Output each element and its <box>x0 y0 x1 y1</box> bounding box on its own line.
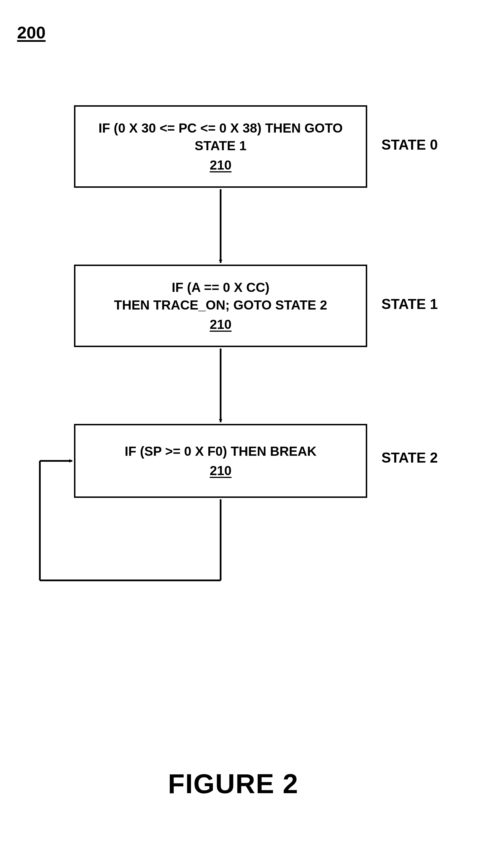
state0-line2: STATE 1 <box>195 137 246 155</box>
state0-line1: IF (0 X 30 <= PC <= 0 X 38) THEN GOTO <box>99 119 343 137</box>
state0-ref: 210 <box>210 156 232 174</box>
state2-line1: IF (SP >= 0 X F0) THEN BREAK <box>125 442 316 460</box>
state-label-1: STATE 1 <box>381 296 438 312</box>
diagram-page: 200 IF (0 X 30 <= PC <= 0 X 38) THEN GOT… <box>0 0 497 868</box>
state-box-2: IF (SP >= 0 X F0) THEN BREAK 210 <box>74 424 367 498</box>
state-box-1: IF (A == 0 X CC) THEN TRACE_ON; GOTO STA… <box>74 265 367 347</box>
state-label-2: STATE 2 <box>381 450 438 466</box>
state1-ref: 210 <box>210 315 232 333</box>
figure-caption: FIGURE 2 <box>168 768 299 799</box>
figure-number: 200 <box>17 23 45 42</box>
state1-line2: THEN TRACE_ON; GOTO STATE 2 <box>114 296 327 314</box>
state-label-0: STATE 0 <box>381 136 438 153</box>
state1-line1: IF (A == 0 X CC) <box>172 279 269 296</box>
state2-ref: 210 <box>210 462 232 480</box>
state-box-0: IF (0 X 30 <= PC <= 0 X 38) THEN GOTO ST… <box>74 105 367 188</box>
